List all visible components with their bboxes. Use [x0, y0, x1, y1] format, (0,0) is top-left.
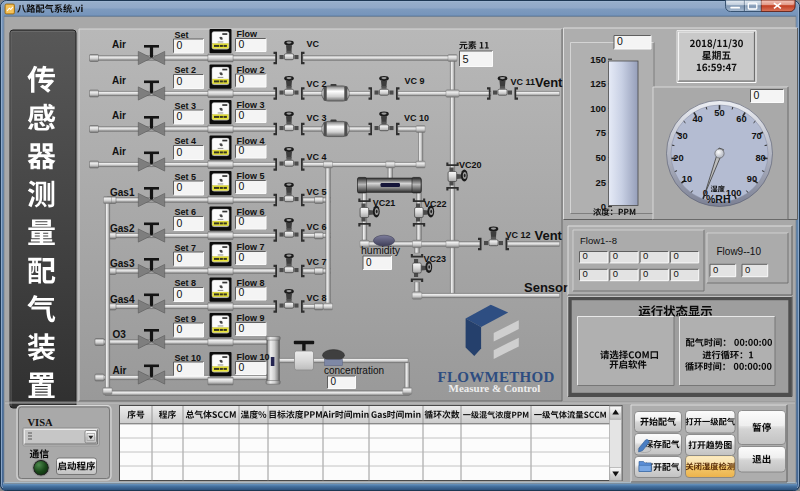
- svg-text:30: 30: [677, 131, 687, 141]
- svg-text:0: 0: [177, 75, 183, 87]
- svg-text:Set 10: Set 10: [175, 353, 202, 363]
- svg-text:5: 5: [463, 53, 469, 65]
- svg-text:Gas4: Gas4: [110, 294, 135, 305]
- svg-text:Set 9: Set 9: [175, 314, 197, 324]
- svg-text:0: 0: [177, 362, 183, 374]
- svg-text:0: 0: [177, 217, 183, 229]
- svg-text:Set 4: Set 4: [175, 136, 197, 146]
- svg-text:0: 0: [617, 35, 623, 47]
- svg-text:Set 8: Set 8: [175, 278, 197, 288]
- svg-text:20: 20: [673, 153, 683, 163]
- svg-text:Sensor: Sensor: [524, 280, 568, 295]
- svg-text:125: 125: [590, 78, 607, 89]
- svg-text:0: 0: [613, 250, 618, 261]
- svg-text:0: 0: [177, 110, 183, 122]
- svg-text:Set 5: Set 5: [175, 172, 197, 182]
- svg-text:0: 0: [239, 109, 245, 121]
- svg-text:0: 0: [177, 39, 183, 51]
- svg-text:0: 0: [177, 323, 183, 335]
- svg-text:Gas2: Gas2: [110, 223, 135, 234]
- svg-text:0: 0: [673, 250, 678, 261]
- svg-text:80: 80: [755, 153, 765, 163]
- svg-text:10: 10: [682, 174, 692, 184]
- svg-text:25: 25: [595, 177, 606, 188]
- svg-text:0: 0: [239, 144, 245, 156]
- svg-text:75: 75: [595, 127, 606, 138]
- svg-text:0: 0: [177, 146, 183, 158]
- svg-text:0: 0: [239, 180, 245, 192]
- svg-text:70: 70: [751, 131, 761, 141]
- svg-text:Air: Air: [112, 110, 126, 121]
- svg-text:Set 6: Set 6: [175, 207, 197, 217]
- svg-text:VC: VC: [307, 39, 320, 49]
- svg-text:Set 2: Set 2: [175, 65, 197, 75]
- svg-text:O3: O3: [113, 329, 127, 340]
- svg-text:concentration: concentration: [324, 365, 384, 376]
- svg-text:humidity: humidity: [361, 244, 401, 256]
- svg-text:Set 7: Set 7: [175, 243, 197, 253]
- svg-text:150: 150: [590, 54, 606, 65]
- svg-text:VC 11: VC 11: [511, 77, 536, 87]
- svg-text:VC 6: VC 6: [307, 222, 327, 232]
- svg-text:0: 0: [745, 264, 750, 275]
- svg-text:0: 0: [239, 286, 245, 298]
- svg-text:VC 8: VC 8: [307, 293, 327, 303]
- svg-text:0: 0: [239, 215, 245, 227]
- svg-text:%RH: %RH: [706, 193, 731, 205]
- svg-text:0: 0: [239, 38, 245, 50]
- svg-text:VC 10: VC 10: [404, 113, 429, 123]
- svg-text:VISA: VISA: [28, 417, 54, 428]
- svg-text:100: 100: [590, 103, 606, 114]
- svg-text:VC 4: VC 4: [307, 152, 327, 162]
- svg-text:0: 0: [713, 264, 718, 275]
- svg-text:60: 60: [736, 114, 746, 124]
- svg-text:Vent: Vent: [535, 75, 563, 90]
- svg-text:0: 0: [643, 268, 648, 279]
- svg-text:VC 7: VC 7: [307, 257, 327, 267]
- svg-text:0: 0: [583, 268, 588, 279]
- svg-text:VC 12: VC 12: [506, 230, 531, 240]
- svg-text:0: 0: [643, 250, 648, 261]
- svg-text:0: 0: [239, 322, 245, 334]
- svg-text:40: 40: [692, 114, 702, 124]
- svg-text:0: 0: [239, 251, 245, 263]
- svg-text:50: 50: [714, 108, 724, 118]
- svg-text:0: 0: [177, 288, 183, 300]
- svg-text:Vent: Vent: [535, 228, 563, 243]
- svg-text:0: 0: [177, 181, 183, 193]
- svg-text:0: 0: [239, 73, 245, 85]
- svg-text:Gas1: Gas1: [110, 187, 135, 198]
- svg-text:Gas3: Gas3: [110, 258, 135, 269]
- svg-text:0: 0: [613, 268, 618, 279]
- svg-text:Measure & Control: Measure & Control: [449, 382, 541, 394]
- svg-text:0: 0: [177, 252, 183, 264]
- svg-text:90: 90: [747, 174, 757, 184]
- svg-text:Air: Air: [112, 75, 126, 86]
- svg-text:VC 3: VC 3: [307, 113, 327, 123]
- svg-text:VC 9: VC 9: [404, 76, 424, 86]
- svg-text:0: 0: [583, 250, 588, 261]
- svg-text:Flow1--8: Flow1--8: [580, 235, 617, 246]
- svg-text:0: 0: [673, 268, 678, 279]
- svg-text:0: 0: [754, 89, 760, 101]
- svg-text:0: 0: [239, 361, 245, 373]
- svg-text:Flow9--10: Flow9--10: [717, 246, 762, 257]
- svg-text:0: 0: [331, 376, 337, 387]
- svg-text:50: 50: [595, 152, 606, 163]
- svg-text:VC 5: VC 5: [307, 187, 327, 197]
- svg-text:VC20: VC20: [459, 160, 482, 170]
- svg-text:VC22: VC22: [424, 199, 447, 209]
- svg-text:Air: Air: [113, 365, 127, 376]
- svg-text:Air: Air: [112, 146, 126, 157]
- svg-text:0: 0: [366, 257, 372, 268]
- svg-text:Set: Set: [175, 30, 189, 40]
- svg-text:VC23: VC23: [424, 254, 447, 264]
- svg-text:VC21: VC21: [373, 198, 396, 208]
- svg-text:VC 2: VC 2: [307, 79, 327, 89]
- svg-text:Set 3: Set 3: [175, 101, 197, 111]
- svg-text:Air: Air: [112, 39, 126, 50]
